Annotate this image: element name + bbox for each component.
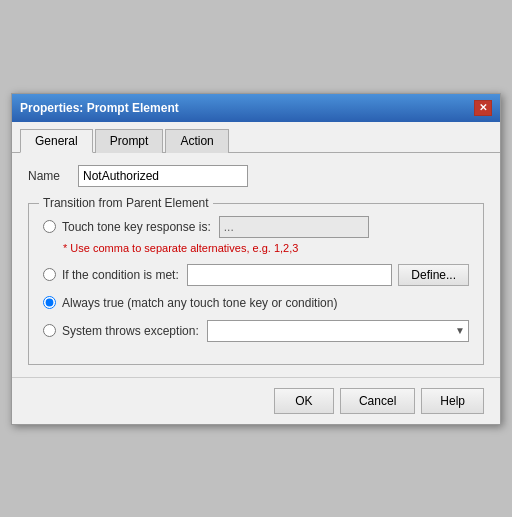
- window-title: Properties: Prompt Element: [20, 101, 179, 115]
- condition-input[interactable]: [187, 264, 393, 286]
- tab-general[interactable]: General: [20, 129, 93, 153]
- group-title: Transition from Parent Element: [39, 196, 213, 210]
- always-true-label: Always true (match any touch tone key or…: [62, 296, 337, 310]
- hint-text: * Use comma to separate alternatives, e.…: [63, 242, 469, 254]
- name-row: Name: [28, 165, 484, 187]
- define-button[interactable]: Define...: [398, 264, 469, 286]
- help-button[interactable]: Help: [421, 388, 484, 414]
- system-exception-row: System throws exception: ▼: [43, 320, 469, 342]
- name-label: Name: [28, 169, 78, 183]
- title-bar: Properties: Prompt Element ✕: [12, 94, 500, 122]
- exception-dropdown[interactable]: [207, 320, 469, 342]
- tab-prompt[interactable]: Prompt: [95, 129, 164, 153]
- touch-tone-input[interactable]: [219, 216, 369, 238]
- always-true-row: Always true (match any touch tone key or…: [43, 296, 469, 310]
- tabs-container: General Prompt Action: [12, 122, 500, 153]
- condition-radio[interactable]: [43, 268, 56, 281]
- cancel-button[interactable]: Cancel: [340, 388, 415, 414]
- always-true-radio[interactable]: [43, 296, 56, 309]
- close-button[interactable]: ✕: [474, 100, 492, 116]
- condition-row: If the condition is met: Define...: [43, 264, 469, 286]
- transition-group: Transition from Parent Element Touch ton…: [28, 203, 484, 365]
- main-window: Properties: Prompt Element ✕ General Pro…: [11, 93, 501, 425]
- system-exception-label: System throws exception:: [62, 324, 199, 338]
- condition-label: If the condition is met:: [62, 268, 179, 282]
- touch-tone-radio[interactable]: [43, 220, 56, 233]
- touch-tone-row: Touch tone key response is:: [43, 216, 469, 238]
- ok-button[interactable]: OK: [274, 388, 334, 414]
- footer: OK Cancel Help: [12, 377, 500, 424]
- system-exception-radio[interactable]: [43, 324, 56, 337]
- exception-dropdown-wrapper: ▼: [207, 320, 469, 342]
- content-area: Name Transition from Parent Element Touc…: [12, 153, 500, 377]
- tab-action[interactable]: Action: [165, 129, 228, 153]
- name-input[interactable]: [78, 165, 248, 187]
- touch-tone-label: Touch tone key response is:: [62, 220, 211, 234]
